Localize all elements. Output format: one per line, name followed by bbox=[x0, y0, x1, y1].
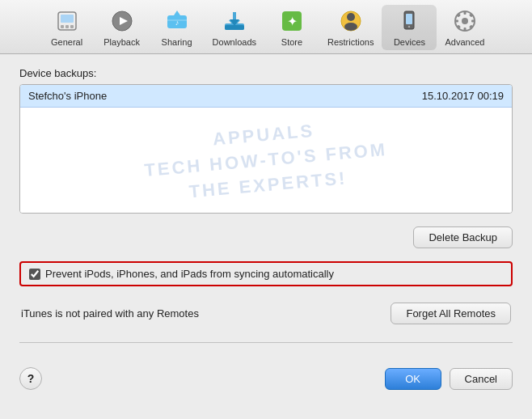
watermark-area: APPUALS TECH HOW-TO'S FROM THE EXPERTS! bbox=[20, 108, 512, 213]
cancel-button[interactable]: Cancel bbox=[450, 368, 513, 390]
toolbar-item-store[interactable]: ✦ Store bbox=[264, 5, 319, 50]
backup-actions: Delete Backup bbox=[19, 226, 513, 248]
general-icon bbox=[54, 8, 80, 34]
downloads-icon bbox=[222, 8, 247, 34]
devices-icon bbox=[396, 8, 422, 34]
playback-icon bbox=[109, 8, 135, 34]
backup-date: 15.10.2017 00:19 bbox=[422, 90, 504, 102]
toolbar-item-playback[interactable]: Playback bbox=[95, 5, 150, 50]
svg-rect-4 bbox=[70, 25, 74, 28]
backup-row[interactable]: Stefcho's iPhone 15.10.2017 00:19 bbox=[20, 85, 512, 108]
device-backups-label: Device backups: bbox=[19, 67, 513, 79]
svg-rect-17 bbox=[225, 25, 244, 30]
toolbar-label-advanced: Advanced bbox=[445, 37, 484, 47]
svg-rect-30 bbox=[455, 20, 458, 23]
toolbar-label-restrictions: Restrictions bbox=[327, 37, 374, 47]
toolbar-label-general: General bbox=[51, 37, 82, 47]
toolbar-item-advanced[interactable]: Advanced bbox=[437, 5, 492, 50]
store-icon: ✦ bbox=[279, 8, 305, 34]
toolbar-label-store: Store bbox=[281, 37, 302, 47]
remotes-row: iTunes is not paired with any Remotes Fo… bbox=[19, 303, 513, 324]
divider bbox=[19, 342, 513, 343]
svg-point-22 bbox=[344, 23, 357, 31]
toolbar-item-general[interactable]: General bbox=[40, 5, 95, 50]
toolbar: General Playback ♪ Sharing bbox=[0, 0, 532, 54]
svg-text:✦: ✦ bbox=[287, 15, 298, 28]
delete-backup-button[interactable]: Delete Backup bbox=[413, 226, 513, 248]
toolbar-item-downloads[interactable]: Downloads bbox=[205, 5, 264, 50]
bottom-bar: ? OK Cancel bbox=[0, 361, 532, 396]
toolbar-label-sharing: Sharing bbox=[162, 37, 192, 47]
forget-remotes-button[interactable]: Forget All Remotes bbox=[391, 303, 511, 324]
svg-rect-3 bbox=[65, 25, 69, 28]
svg-rect-2 bbox=[61, 25, 64, 28]
toolbar-label-devices: Devices bbox=[394, 37, 425, 47]
bottom-bar-right: OK Cancel bbox=[385, 368, 513, 390]
toolbar-item-devices[interactable]: Devices bbox=[382, 5, 437, 50]
help-button[interactable]: ? bbox=[19, 367, 42, 390]
svg-rect-28 bbox=[463, 11, 466, 15]
watermark: APPUALS TECH HOW-TO'S FROM THE EXPERTS! bbox=[141, 112, 391, 208]
toolbar-label-downloads: Downloads bbox=[213, 37, 256, 47]
prevent-sync-label[interactable]: Prevent iPods, iPhones, and iPads from s… bbox=[45, 268, 334, 280]
prevent-sync-checkbox[interactable] bbox=[29, 269, 40, 280]
restrictions-icon bbox=[338, 8, 364, 34]
svg-point-21 bbox=[347, 13, 355, 21]
toolbar-item-sharing[interactable]: ♪ Sharing bbox=[150, 5, 205, 50]
svg-rect-31 bbox=[471, 20, 475, 23]
advanced-icon bbox=[452, 8, 478, 34]
backup-device-name: Stefcho's iPhone bbox=[28, 90, 107, 102]
svg-rect-1 bbox=[61, 15, 74, 23]
svg-rect-29 bbox=[463, 28, 466, 31]
backup-list: Stefcho's iPhone 15.10.2017 00:19 APPUAL… bbox=[19, 84, 513, 214]
toolbar-item-restrictions[interactable]: Restrictions bbox=[319, 5, 382, 50]
ok-button[interactable]: OK bbox=[385, 368, 441, 390]
svg-point-27 bbox=[462, 18, 468, 24]
sharing-icon: ♪ bbox=[164, 8, 190, 34]
svg-point-25 bbox=[408, 26, 410, 28]
main-content: Device backups: Stefcho's iPhone 15.10.2… bbox=[0, 54, 532, 361]
svg-marker-8 bbox=[174, 11, 180, 15]
remotes-label: iTunes is not paired with any Remotes bbox=[21, 307, 199, 320]
prevent-sync-row: Prevent iPods, iPhones, and iPads from s… bbox=[19, 261, 513, 286]
svg-rect-24 bbox=[406, 14, 412, 24]
toolbar-label-playback: Playback bbox=[103, 37, 140, 47]
